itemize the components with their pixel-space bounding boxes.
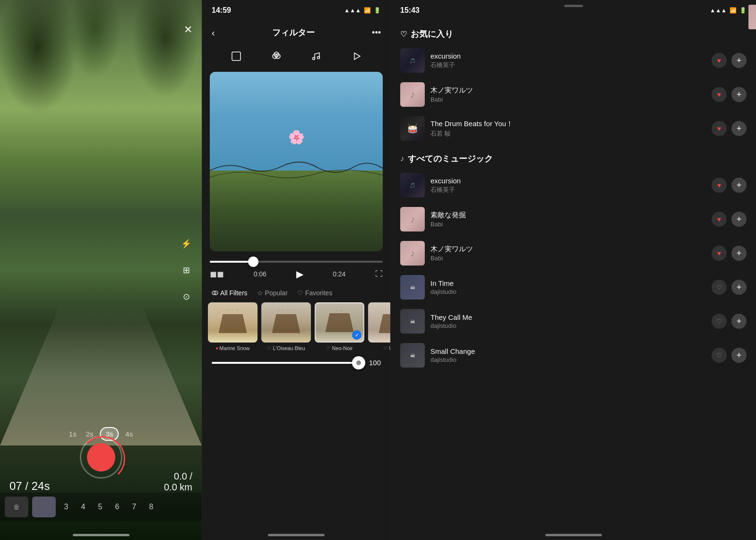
delete-thumb[interactable]: 🗑 <box>5 497 28 517</box>
add-button-2[interactable]: + <box>731 87 747 102</box>
fullscreen-icon[interactable]: ⛶ <box>375 270 383 278</box>
intensity-thumb[interactable] <box>352 356 365 369</box>
filter-wor[interactable]: ♡ Wor... <box>368 302 390 351</box>
heart-button-all-4[interactable]: ♡ <box>712 280 727 295</box>
record-area <box>80 436 122 479</box>
music-actions-all-1: ♥ + <box>712 178 747 193</box>
add-button-all-2[interactable]: + <box>731 212 747 227</box>
timer-1s[interactable]: 1s <box>66 428 79 440</box>
heart-icon-tab: ♡ <box>297 289 303 297</box>
filter-loiseau[interactable]: · · · · ♡ L'Oiseau Bleu <box>261 302 311 351</box>
favorites-header: ♡ お気に入り <box>391 21 756 43</box>
timer-4s[interactable]: 4s <box>122 428 136 440</box>
thumb-excursion-all: 🎵 <box>400 173 425 197</box>
music-tool-icon[interactable] <box>307 47 326 66</box>
add-button-all-3[interactable]: + <box>731 246 747 261</box>
clip-thumb[interactable] <box>32 497 56 517</box>
tab-all-filters-label: All Filters <box>220 289 248 297</box>
heart-button-1[interactable]: ♥ <box>712 53 727 68</box>
music-artist-intime: dajistudio <box>430 288 706 295</box>
filter-neo-noir[interactable]: · · ✓ ♡ Neo-Noir <box>315 302 364 351</box>
music-info-excursion-fav: excursion 石橋英子 <box>430 52 706 69</box>
filter-marine-snow-label: ♥Marine Snow <box>208 345 258 351</box>
filter-marine-snow[interactable]: · · · ♥Marine Snow <box>208 302 258 351</box>
add-button-all-1[interactable]: + <box>731 178 747 193</box>
intensity-track[interactable] <box>212 362 359 364</box>
play-tool-icon[interactable] <box>347 47 366 66</box>
camera-panel: ✕ ⚡ ⊞ ⊙ 1s 2s 3s 4s 07 / 24s 0.0 /0.0 km… <box>0 0 202 540</box>
add-button-3[interactable]: + <box>731 121 747 136</box>
svg-point-5 <box>318 57 320 59</box>
lightning-icon[interactable]: ⚡ <box>178 235 195 252</box>
clip-5[interactable]: 5 <box>94 503 107 511</box>
filter-wor-label: ♡ Wor... <box>368 345 390 351</box>
heart-button-3[interactable]: ♥ <box>712 121 727 136</box>
add-button-1[interactable]: + <box>731 53 747 68</box>
tab-all-filters[interactable]: All Filters <box>212 289 248 297</box>
heart-button-all-6[interactable]: ♡ <box>712 348 727 363</box>
clip-6[interactable]: 6 <box>111 503 124 511</box>
distance-display: 0.0 /0.0 km <box>164 471 192 493</box>
flower-element: 🌸 <box>288 129 305 145</box>
clip-7[interactable]: 7 <box>128 503 141 511</box>
progress-thumb[interactable] <box>248 257 258 267</box>
music-info-theycallme: They Call Me dajistudio <box>430 313 706 329</box>
heart-button-all-5[interactable]: ♡ <box>712 314 727 329</box>
play-button[interactable]: ▶ <box>296 268 303 280</box>
clip-tool-icon[interactable] <box>227 47 246 66</box>
intensity-value: 100 <box>364 359 381 367</box>
all-music-item-4[interactable]: 🏔 In Time dajistudio ♡ + <box>391 270 756 304</box>
close-button[interactable]: ✕ <box>184 24 192 36</box>
heart-button-2[interactable]: ♥ <box>712 87 727 102</box>
music-artist-babi-fav: Babi <box>430 96 706 103</box>
thumb-kinowarutz: ♪ <box>400 241 425 266</box>
intensity-section: 100 <box>202 351 390 374</box>
tab-popular[interactable]: ☆ Popular <box>257 289 288 297</box>
more-button-filter[interactable]: ••• <box>372 28 381 38</box>
playback-controls: ◼◼ 0:06 ▶ 0:24 ⛶ <box>210 268 383 280</box>
all-music-item-2[interactable]: ♪ 素敵な発掘 Babi ♥ + <box>391 202 756 236</box>
favorite-item-1[interactable]: 🎵 excursion 石橋英子 ♥ + <box>391 43 756 77</box>
thumb-drum-fav: 🥁 <box>400 116 425 141</box>
music-artist-excursion-all: 石橋英子 <box>430 186 706 194</box>
heart-button-all-2[interactable]: ♥ <box>712 212 727 227</box>
music-title-suteki: 素敵な発掘 <box>430 211 706 220</box>
music-title-smallchange: Small Change <box>430 347 706 355</box>
sheet-handle <box>564 5 583 7</box>
heart-button-all-1[interactable]: ♥ <box>712 178 727 193</box>
record-button[interactable] <box>87 443 115 471</box>
music-info-drum-fav: The Drum Beats for You！ 石若 駿 <box>430 120 706 138</box>
time-current: 0:06 <box>254 270 266 278</box>
duration-display: 07 / 24s <box>9 480 50 493</box>
back-button-filter[interactable]: ‹ <box>212 27 215 38</box>
clip-3[interactable]: 3 <box>60 503 73 511</box>
music-info-excursion-all: excursion 石橋英子 <box>430 177 706 194</box>
all-music-item-1[interactable]: 🎵 excursion 石橋英子 ♥ + <box>391 168 756 202</box>
heart-button-all-3[interactable]: ♥ <box>712 246 727 261</box>
clip-4[interactable]: 4 <box>77 503 90 511</box>
tab-favorites[interactable]: ♡ Favorites <box>297 289 333 297</box>
music-actions-all-4: ♡ + <box>712 280 747 295</box>
add-button-all-4[interactable]: + <box>731 280 747 295</box>
progress-track[interactable] <box>210 261 383 263</box>
all-music-item-5[interactable]: 🏔 They Call Me dajistudio ♡ + <box>391 304 756 338</box>
status-icons-music: ▲▲▲ 📶 🔋 <box>710 7 747 14</box>
record-ring <box>80 436 122 479</box>
add-button-all-6[interactable]: + <box>731 348 747 363</box>
filter-tool-icon[interactable] <box>267 47 286 66</box>
volume-icon[interactable]: ◼◼ <box>210 269 224 279</box>
status-time-music: 15:43 <box>400 6 420 15</box>
add-button-all-5[interactable]: + <box>731 314 747 329</box>
music-actions-3: ♥ + <box>712 121 747 136</box>
favorite-item-2[interactable]: ♪ 木ノ実ワルツ Babi ♥ + <box>391 77 756 111</box>
music-artist-kinowarutz: Babi <box>430 255 706 262</box>
grid-icon[interactable]: ⊞ <box>178 262 195 279</box>
music-title-excursion-fav: excursion <box>430 52 706 60</box>
camera-flip-icon[interactable]: ⊙ <box>178 288 195 305</box>
all-music-item-3[interactable]: ♪ 木ノ実ワルツ Babi ♥ + <box>391 236 756 270</box>
tab-popular-label: Popular <box>265 289 288 297</box>
video-preview: 🌸 <box>210 72 383 251</box>
favorite-item-3[interactable]: 🥁 The Drum Beats for You！ 石若 駿 ♥ + <box>391 111 756 146</box>
clip-8[interactable]: 8 <box>145 503 158 511</box>
all-music-item-6[interactable]: 🏔 Small Change dajistudio ♡ + <box>391 338 756 372</box>
